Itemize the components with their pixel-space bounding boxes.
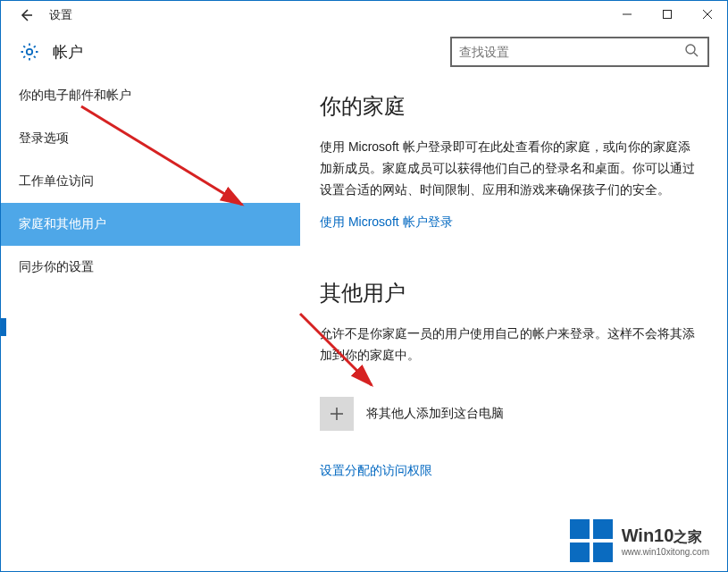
svg-rect-1: [663, 11, 671, 19]
settings-window: 设置 帐户: [0, 0, 728, 572]
plus-icon: [320, 397, 354, 431]
svg-point-5: [686, 45, 695, 54]
add-other-user-label: 将其他人添加到这台电脑: [366, 406, 504, 422]
watermark-logo-icon: [570, 519, 613, 562]
window-controls: [607, 1, 727, 28]
sidebar: 你的电子邮件和帐户 登录选项 工作单位访问 家庭和其他用户 同步你的设置: [1, 74, 300, 571]
search-input[interactable]: [459, 45, 700, 59]
sidebar-item-label: 工作单位访问: [19, 173, 94, 189]
gear-icon: [19, 41, 40, 63]
sidebar-item-email-accounts[interactable]: 你的电子邮件和帐户: [1, 74, 300, 117]
other-users-description: 允许不是你家庭一员的用户使用自己的帐户来登录。这样不会将其添加到你的家庭中。: [320, 324, 702, 366]
maximize-button[interactable]: [647, 1, 687, 28]
family-heading: 你的家庭: [320, 92, 702, 121]
watermark-url: www.win10xitong.com: [622, 547, 709, 557]
watermark: Win10之家 www.win10xitong.com: [570, 519, 709, 562]
sidebar-item-work-access[interactable]: 工作单位访问: [1, 160, 300, 203]
search-icon: [684, 43, 699, 61]
page-title: 帐户: [53, 42, 83, 63]
content: 你的家庭 使用 Microsoft 帐户登录即可在此处查看你的家庭，或向你的家庭…: [300, 74, 727, 571]
sidebar-item-label: 登录选项: [19, 130, 69, 147]
svg-point-4: [27, 49, 32, 55]
other-users-heading: 其他用户: [320, 279, 702, 307]
titlebar: 设置: [1, 1, 727, 29]
body: 你的电子邮件和帐户 登录选项 工作单位访问 家庭和其他用户 同步你的设置 你的家…: [1, 74, 727, 571]
sidebar-item-label: 你的电子邮件和帐户: [19, 88, 131, 104]
sidebar-item-label: 家庭和其他用户: [19, 216, 106, 232]
close-icon: [702, 9, 713, 20]
sidebar-item-signin-options[interactable]: 登录选项: [1, 117, 300, 160]
family-description: 使用 Microsoft 帐户登录即可在此处查看你的家庭，或向你的家庭添加新成员…: [320, 137, 702, 200]
back-arrow-icon: [18, 7, 34, 23]
watermark-main: Win10之家: [622, 526, 709, 547]
watermark-text: Win10之家 www.win10xitong.com: [622, 526, 709, 557]
back-button[interactable]: [10, 1, 42, 29]
add-other-user-button[interactable]: 将其他人添加到这台电脑: [320, 397, 702, 431]
ms-account-signin-link[interactable]: 使用 Microsoft 帐户登录: [320, 214, 453, 231]
edge-highlight-strip: [1, 318, 6, 336]
sidebar-item-label: 同步你的设置: [19, 259, 94, 275]
sidebar-item-family-other-users[interactable]: 家庭和其他用户: [1, 203, 300, 246]
close-button[interactable]: [687, 1, 727, 28]
maximize-icon: [662, 9, 673, 20]
assigned-access-link[interactable]: 设置分配的访问权限: [320, 463, 432, 479]
sidebar-item-sync-settings[interactable]: 同步你的设置: [1, 246, 300, 289]
search-box[interactable]: [450, 37, 709, 67]
window-title: 设置: [49, 7, 72, 23]
svg-line-6: [694, 53, 698, 56]
minimize-button[interactable]: [607, 1, 647, 28]
header: 帐户: [1, 29, 727, 74]
minimize-icon: [622, 9, 632, 20]
